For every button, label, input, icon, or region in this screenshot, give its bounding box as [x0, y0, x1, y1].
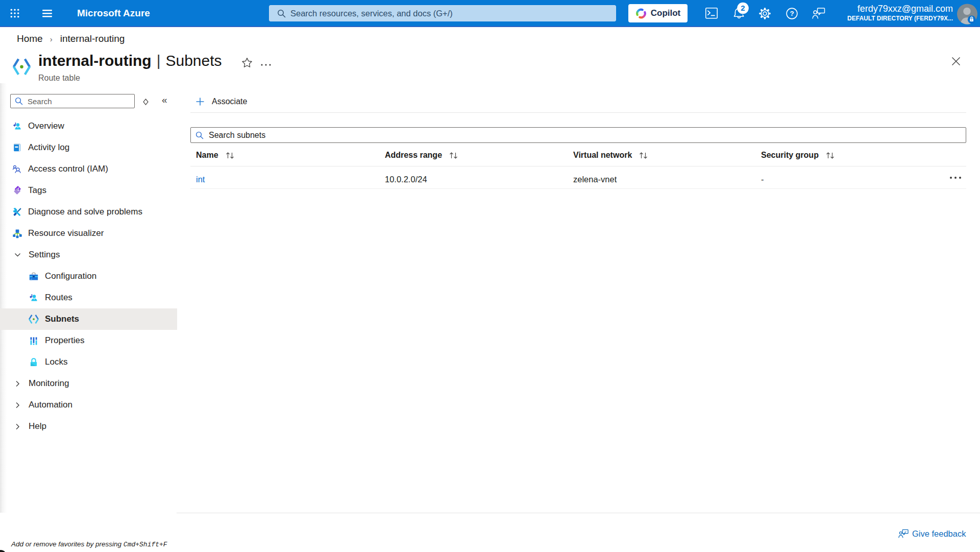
svg-text:2: 2 — [741, 4, 745, 12]
svg-text:?: ? — [790, 10, 794, 17]
